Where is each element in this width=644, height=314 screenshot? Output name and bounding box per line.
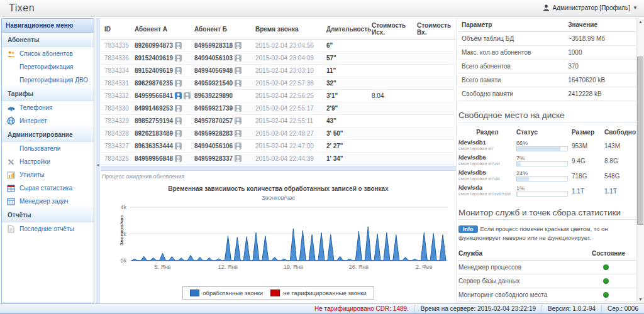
subscriber-card-icon[interactable] [235, 55, 242, 62]
subscriber-card-icon[interactable] [175, 117, 182, 124]
service-status [592, 278, 636, 284]
subscriber-card-icon[interactable] [235, 67, 242, 74]
subscriber-card-icon[interactable] [175, 92, 182, 99]
disk-mount: смонтирован в /usr [458, 161, 516, 167]
sidebar-nav: АбонентыСписок абонентовПереторификацияП… [2, 33, 94, 236]
table-row[interactable]: 783432584959956848849599283372015-02-04 … [101, 153, 457, 165]
disk-row: /dev/sdb6смонтирован в /usr7%9.4G8.8G [458, 153, 636, 168]
table-row[interactable]: 783432989852759194849578702572015-02-04 … [101, 115, 457, 127]
table-row[interactable]: 783433189629876235849599215402015-02-04 … [101, 77, 457, 90]
subscriber-card-icon[interactable] [235, 155, 242, 162]
panel-splitter[interactable]: ◄ [96, 18, 100, 303]
sidebar-item-label: Сырая статистика [19, 185, 72, 192]
vertical-scrollbar[interactable]: ▲ ▼ [636, 18, 644, 303]
disk-usage-bar [516, 176, 568, 181]
sidebar-section-3[interactable]: Отчёты [2, 208, 94, 222]
subscriber-card-icon[interactable] [175, 130, 182, 137]
col-header-6[interactable]: Стоимость Вх. [413, 18, 457, 40]
subscriber-card-icon[interactable] [175, 55, 182, 62]
disk-size: 953M [572, 143, 604, 149]
cell-cost-in [413, 102, 457, 115]
cell-subscriber-b: 84957870257 [191, 115, 252, 127]
cell-call-time: 2015-02-04 22:56:25 [252, 90, 323, 102]
cell-cost-out [368, 140, 413, 153]
sidebar-item-label: Менеджер задач [19, 198, 69, 205]
sidebar-section-2[interactable]: Администрирование [2, 127, 94, 142]
cell-id: 7834330 [101, 102, 131, 115]
sidebar-item-label: Телефония [19, 104, 53, 111]
spacer [6, 144, 16, 153]
col-header-4[interactable]: Длительность [323, 18, 368, 40]
disk-row: /dev/sdb5смонтирован в /var24%718G548G [458, 168, 636, 183]
table-row[interactable]: 783433284959566841896392298902015-02-04 … [101, 90, 457, 102]
subscriber-card-icon[interactable] [235, 80, 242, 87]
table-row[interactable]: 783433489152409619849940569482015-02-04 … [101, 65, 457, 77]
scroll-down-icon[interactable]: ▼ [636, 295, 644, 303]
sidebar-item-менеджер-задач[interactable]: Менеджер задач [2, 195, 94, 208]
disk-col-0: Раздел [458, 129, 516, 136]
sidebar-title: Навигационное меню [2, 19, 94, 33]
subscriber-card-icon[interactable] [175, 105, 182, 112]
cell-duration: 6" [323, 40, 368, 52]
param-value: 370 [565, 60, 636, 73]
cell-subscriber-a: 84959956848 [131, 153, 191, 165]
profile-menu[interactable]: Администратор [Профиль] ▼ [543, 4, 638, 11]
table-row[interactable]: 783432889262183489849599282832015-02-04 … [101, 127, 457, 140]
subscriber-card-icon[interactable] [175, 80, 182, 87]
status-item-0: Не тарифицировано CDR: 1489. [309, 305, 414, 312]
sidebar-item-список-абонентов[interactable]: Список абонентов [2, 47, 94, 60]
calls-chart-plot: Звонков/час 0k2k4k 5. Янв12. Янв19. Янв2… [130, 206, 448, 263]
app-logo: Tixen [9, 3, 35, 14]
cell-subscriber-b: 84959928283 [191, 127, 252, 140]
update-status-text: Процесс ожидания обновления [101, 171, 456, 180]
sidebar-item-утилиты[interactable]: Утилиты [2, 168, 94, 181]
info-badge: Info [458, 225, 478, 233]
subscriber-card-icon[interactable] [235, 117, 242, 124]
col-header-3[interactable]: Время звонка [252, 18, 323, 40]
sidebar-item-последние-отчёты[interactable]: Последние отчёты [2, 222, 94, 236]
sidebar-item-сырая-статистика[interactable]: Сырая статистика [2, 181, 94, 195]
calls-chart-title: Временная зависимость количества обработ… [101, 185, 456, 192]
col-header-2[interactable]: Абонент Б [191, 18, 252, 40]
col-header-5[interactable]: Стоимость Исх. [368, 18, 413, 40]
sidebar-section-1[interactable]: Тарифы [2, 87, 94, 101]
subscriber-card-icon[interactable] [235, 143, 242, 149]
table-row[interactable]: 783433084991469253849599217392015-02-04 … [101, 102, 457, 115]
scrollbar-thumb[interactable] [637, 57, 643, 225]
sidebar-item-label: Интернет [19, 117, 47, 124]
cell-subscriber-a: 89636353444 [131, 140, 191, 153]
col-header-1[interactable]: Абонент А [131, 18, 191, 40]
subscriber-card-icon[interactable] [175, 155, 182, 162]
status-bar: Не тарифицировано CDR: 1489.Время на сер… [0, 303, 644, 314]
services-table-header: СлужбаСостояние [458, 247, 636, 261]
subscriber-card-icon[interactable] [235, 105, 242, 112]
subscriber-card-icon[interactable] [175, 67, 182, 74]
cell-call-time: 2015-02-04 22:44:39 [252, 153, 323, 165]
cell-cost-in [413, 65, 457, 77]
sidebar-item-пользователи[interactable]: Пользователи [2, 142, 94, 155]
cell-call-time: 2015-02-04 23:04:56 [252, 40, 323, 52]
table-row[interactable]: 783433589260994873849599283182015-02-04 … [101, 40, 457, 52]
sidebar-item-интернет[interactable]: Интернет [2, 114, 94, 127]
sidebar-item-телефония[interactable]: Телефония [2, 101, 94, 114]
scroll-up-icon[interactable]: ▲ [636, 18, 644, 26]
subscriber-card-icon[interactable] [235, 42, 242, 49]
cell-cost-in [413, 140, 457, 153]
subscriber-card-icon[interactable] [235, 130, 242, 137]
subscriber-card-icon[interactable] [184, 92, 191, 99]
param-value: 16470620 kB [565, 73, 636, 87]
subscriber-card-icon[interactable] [175, 143, 182, 149]
sidebar-item-переторификация[interactable]: Переторификация [2, 60, 94, 73]
table-row[interactable]: 783433689152409619849940561032015-02-04 … [101, 52, 457, 65]
sidebar-section-0[interactable]: Абоненты [2, 33, 94, 47]
subscriber-card-icon[interactable] [175, 42, 182, 49]
calls-table-body: 783433589260994873849599283182015-02-04 … [101, 40, 457, 165]
params-row: Всего абонентов370 [458, 60, 636, 73]
collapse-arrow-icon[interactable]: ◄ [96, 158, 100, 171]
col-header-0[interactable]: ID [101, 18, 131, 40]
sidebar-item-переторификация-дво[interactable]: Переторификация ДВО [2, 73, 94, 87]
sidebar-item-настройки[interactable]: Настройки [2, 155, 94, 168]
params-row: Свободно памяти2412228 kB [458, 87, 636, 101]
cell-cost-out [368, 127, 413, 140]
table-row[interactable]: 783432789636353444849940561062015-02-04 … [101, 140, 457, 153]
